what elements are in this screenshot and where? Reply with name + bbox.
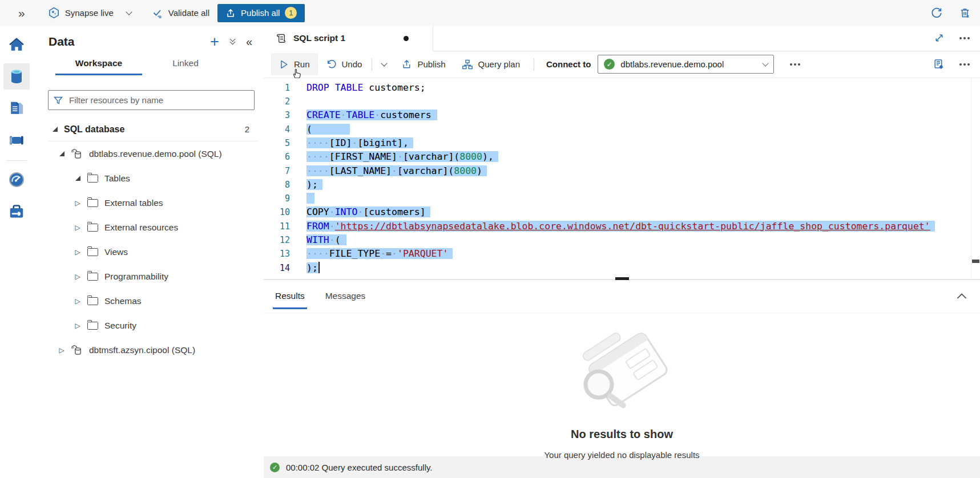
validate-label: Validate all (168, 8, 209, 18)
more-actions-chevrons-icon[interactable] (231, 39, 235, 44)
nav-monitor-button[interactable] (3, 167, 30, 193)
code-line[interactable]: 7····[LAST_NAME]·[varchar](8000) (264, 164, 969, 178)
code-line[interactable]: 13····FILE_TYPE·=·'PARQUET' (264, 247, 969, 261)
tree-item[interactable]: ▷Schemas (33, 289, 264, 313)
code-line[interactable]: 9 (264, 192, 969, 205)
query-plan-button[interactable]: Query plan (456, 53, 526, 75)
code-text[interactable]: ( (306, 123, 350, 136)
nav-integrate-button[interactable] (3, 127, 30, 153)
data-panel-title: Data (49, 35, 75, 48)
collapsed-triangle-icon[interactable]: ▷ (73, 199, 82, 207)
tree-item-label: External resources (104, 222, 178, 233)
code-editor[interactable]: 1DROP TABLE customers;23CREATE·TABLE·cus… (264, 78, 980, 279)
monitor-gauge-icon (8, 171, 25, 188)
code-line[interactable]: 3CREATE·TABLE·customers (264, 108, 969, 122)
tree-item[interactable]: ▷Views (33, 240, 264, 264)
collapse-results-chevron-icon[interactable] (956, 292, 967, 300)
code-line[interactable]: 1DROP TABLE customers; (264, 81, 969, 95)
expand-editor-icon[interactable] (934, 33, 945, 43)
code-text[interactable]: FROM·'https://dbtlabsynapsedatalake.blob… (306, 220, 935, 233)
run-button[interactable]: Run (271, 53, 318, 75)
tree-item[interactable]: SQL database2 (33, 117, 264, 141)
undo-button[interactable]: Undo (320, 53, 368, 75)
chevron-down-icon (381, 60, 388, 66)
collapsed-triangle-icon[interactable]: ▷ (73, 297, 82, 305)
tree-item[interactable]: ▷External tables (33, 191, 264, 215)
toolbar-separator (534, 58, 534, 71)
expanded-triangle-icon[interactable] (73, 176, 82, 181)
publish-button[interactable]: Publish (396, 53, 451, 75)
tree-item[interactable]: ▷dbtmsft.azsyn.cipool (SQL) (33, 338, 264, 362)
tree-item[interactable]: ▷External resources (33, 215, 264, 240)
overview-ruler[interactable] (971, 78, 980, 279)
nav-develop-button[interactable] (3, 95, 30, 121)
tab-sql-script-1[interactable]: SQL script 1 (264, 26, 433, 51)
line-number: 4 (264, 123, 290, 136)
tab-workspace[interactable]: Workspace (55, 54, 142, 75)
pool-dropdown[interactable]: ✓ dbtlabs.revenue.demo.pool (598, 55, 774, 74)
code-text[interactable]: ····[FIRST_NAME]·[varchar](8000), (306, 150, 498, 164)
code-line[interactable]: 10COPY·INTO·[customers] (264, 205, 969, 219)
code-text[interactable]: ); (306, 261, 320, 275)
expanded-triangle-icon[interactable] (57, 151, 66, 156)
tab-linked[interactable]: Linked (142, 54, 229, 75)
code-text[interactable]: COPY·INTO·[customers] (306, 205, 430, 219)
query-plan-label: Query plan (478, 59, 520, 69)
code-text[interactable] (306, 192, 314, 205)
collapsed-triangle-icon[interactable]: ▷ (73, 273, 82, 281)
collapsed-triangle-icon[interactable]: ▷ (73, 248, 82, 256)
code-text[interactable]: DROP TABLE customers; (306, 81, 426, 95)
code-text[interactable]: ····[LAST_NAME]·[varchar](8000) (306, 164, 487, 178)
code-text[interactable]: ); (306, 178, 322, 192)
collapsed-triangle-icon[interactable]: ▷ (73, 224, 82, 232)
code-line[interactable]: 12WITH·( (264, 233, 969, 247)
properties-icon[interactable] (933, 58, 945, 70)
code-text[interactable]: ····[ID]·[bigint], (306, 136, 413, 150)
publish-count-badge: 1 (285, 7, 297, 19)
chevron-down-icon (126, 9, 132, 15)
filter-input[interactable] (68, 95, 249, 106)
publish-icon (225, 8, 236, 18)
tree-item[interactable]: dbtlabs.revenue.demo.pool (SQL) (33, 141, 264, 166)
code-line[interactable]: 14); (264, 261, 969, 275)
code-line[interactable]: 4( (264, 123, 969, 136)
no-results-empty-state: No results to show Your query yielded no… (264, 313, 980, 456)
collapsed-triangle-icon[interactable]: ▷ (57, 346, 66, 354)
publish-all-button[interactable]: Publish all 1 (217, 4, 305, 22)
code-line[interactable]: 8); (264, 178, 969, 192)
line-number: 13 (264, 247, 290, 261)
code-text[interactable]: WITH·( (306, 233, 346, 247)
toolbar-separator (372, 58, 372, 71)
discard-trash-icon[interactable] (959, 7, 971, 19)
nav-manage-button[interactable] (3, 199, 30, 225)
code-line[interactable]: 6····[FIRST_NAME]·[varchar](8000), (264, 150, 969, 164)
line-number: 3 (264, 108, 290, 122)
add-resource-button[interactable]: + (210, 36, 219, 47)
code-line[interactable]: 5····[ID]·[bigint], (264, 136, 969, 150)
editor-more-actions-icon[interactable] (959, 63, 962, 66)
collapse-panel-icon[interactable]: « (246, 36, 252, 47)
code-line[interactable]: 11FROM·'https://dbtlabsynapsedatalake.bl… (264, 220, 969, 233)
toolbar-more-icon[interactable] (790, 63, 792, 66)
line-number: 14 (264, 261, 290, 275)
tree-item[interactable]: ▷Programmability (33, 264, 264, 289)
tab-more-actions-icon[interactable] (959, 37, 962, 39)
tab-results[interactable]: Results (273, 283, 307, 309)
run-options-chevron[interactable] (376, 53, 392, 75)
refresh-icon[interactable] (930, 7, 943, 19)
line-number: 6 (264, 150, 290, 164)
collapsed-triangle-icon[interactable]: ▷ (73, 322, 82, 330)
tree-item[interactable]: ▷Security (33, 313, 264, 338)
synapse-live-selector[interactable]: Synapse live (48, 7, 131, 19)
tree-item[interactable]: Tables (33, 166, 264, 191)
code-text[interactable]: ····FILE_TYPE·=·'PARQUET' (306, 247, 453, 261)
expanded-triangle-icon[interactable] (50, 127, 59, 132)
publish-label: Publish (417, 59, 445, 69)
validate-all-button[interactable]: Validate all (152, 7, 209, 19)
expand-rail-icon[interactable]: » (18, 7, 25, 19)
code-text[interactable]: CREATE·TABLE·customers (306, 108, 437, 122)
code-line[interactable]: 2 (264, 95, 969, 108)
tab-messages[interactable]: Messages (323, 283, 368, 309)
nav-data-button[interactable] (3, 63, 30, 90)
nav-home-button[interactable] (3, 31, 30, 58)
